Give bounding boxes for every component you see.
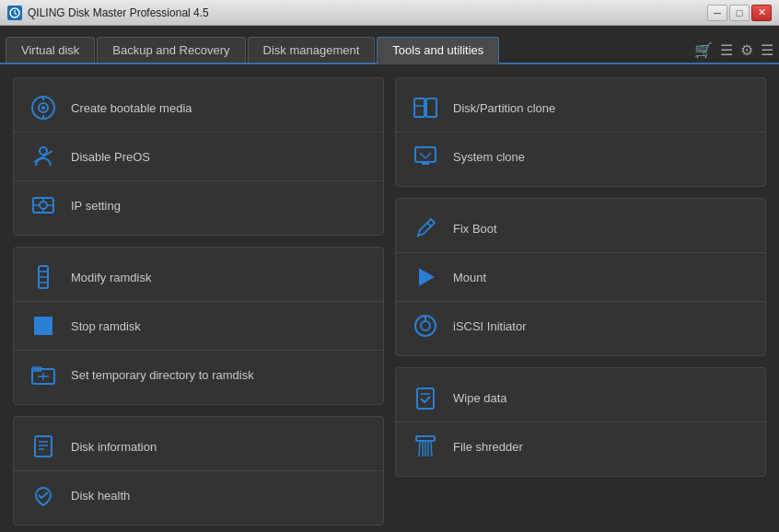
set-temp-dir-label: Set temporary directory to ramdisk [71,368,254,382]
fix-boot-item[interactable]: Fix Boot [396,204,765,252]
create-bootable-icon [29,93,58,122]
svg-line-34 [425,153,431,158]
close-button[interactable]: ✕ [751,5,772,21]
mount-icon [411,262,440,292]
modify-ramdisk-item[interactable]: Modify ramdisk [14,253,383,301]
set-temp-dir-item[interactable]: Set temporary directory to ramdisk [14,351,383,399]
disable-preos-item[interactable]: Disable PreOS [14,133,383,180]
svg-point-38 [421,321,430,330]
list-icon[interactable]: ☰ [720,41,733,59]
svg-line-35 [427,223,431,226]
ip-setting-icon [29,191,58,220]
tab-backup-recovery[interactable]: Backup and Recovery [97,37,245,63]
disk-information-item[interactable]: Disk information [14,422,383,470]
disk-partition-clone-label: Disk/Partition clone [453,101,555,115]
tab-bar: Virtual disk Backup and Recovery Disk ma… [0,26,779,64]
svg-line-33 [420,153,425,158]
svg-rect-30 [415,147,436,162]
create-bootable-media-item[interactable]: Create bootable media [14,84,383,132]
stop-ramdisk-icon [29,311,58,341]
menu-icon[interactable]: ☰ [761,41,773,59]
disk-information-icon [29,432,58,461]
system-clone-icon [411,142,440,171]
wipe-data-label: Wipe data [453,391,507,405]
left-column: Create bootable media Disable PreOS [13,77,384,526]
file-shredder-item[interactable]: File shredder [396,422,765,470]
ip-setting-label: IP setting [71,199,121,213]
right-column: Disk/Partition clone System clone [395,77,766,526]
disable-preos-label: Disable PreOS [71,150,150,164]
svg-line-7 [34,151,52,162]
svg-rect-23 [35,436,52,457]
fix-boot-icon [411,214,440,243]
modify-ramdisk-icon [29,262,58,292]
fix-boot-label: Fix Boot [453,222,497,236]
mount-item[interactable]: Mount [396,253,765,301]
right-group-2: Fix Boot Mount [395,198,766,356]
system-clone-item[interactable]: System clone [396,133,765,180]
set-temp-dir-icon [29,360,58,389]
svg-rect-40 [417,388,434,409]
left-group-3: Disk information Disk health [13,416,384,526]
right-group-3: Wipe data File shredder [395,367,766,477]
stop-ramdisk-item[interactable]: Stop ramdisk [14,302,383,350]
svg-point-9 [40,202,47,209]
app-icon [7,6,22,20]
mount-label: Mount [453,271,486,284]
wipe-data-icon [411,383,440,412]
iscsi-initiator-icon [411,311,440,341]
app-title: QILING Disk Master Professional 4.5 [28,6,707,19]
svg-rect-27 [414,98,424,117]
disk-health-label: Disk health [71,489,130,503]
title-bar: QILING Disk Master Professional 4.5 ─ □ … [0,0,779,26]
svg-rect-18 [34,317,52,335]
svg-line-43 [419,441,420,457]
cart-icon[interactable]: 🛒 [694,41,713,59]
system-clone-label: System clone [453,150,525,164]
svg-marker-36 [420,270,433,284]
svg-rect-28 [426,98,436,117]
right-group-1: Disk/Partition clone System clone [395,77,766,187]
maximize-button[interactable]: □ [729,5,750,21]
ip-setting-item[interactable]: IP setting [14,181,383,229]
disk-partition-clone-icon [411,93,440,122]
disk-partition-clone-item[interactable]: Disk/Partition clone [396,84,765,132]
tab-tools-utilities[interactable]: Tools and utilities [377,37,499,64]
disk-information-label: Disk information [71,440,157,454]
disk-health-item[interactable]: Disk health [14,471,383,519]
svg-point-3 [41,106,45,110]
svg-line-47 [431,441,432,457]
svg-point-6 [40,147,47,155]
file-shredder-label: File shredder [453,440,523,454]
stop-ramdisk-label: Stop ramdisk [71,319,141,333]
disk-health-icon [29,480,58,510]
svg-rect-42 [416,436,435,441]
iscsi-initiator-item[interactable]: iSCSI Initiator [396,302,765,350]
main-content: Create bootable media Disable PreOS [0,64,779,532]
settings-icon[interactable]: ⚙ [740,41,753,59]
window-controls: ─ □ ✕ [707,5,772,21]
disable-preos-icon [29,142,58,171]
left-group-1: Create bootable media Disable PreOS [13,77,384,236]
tab-virtual-disk[interactable]: Virtual disk [6,37,95,63]
modify-ramdisk-label: Modify ramdisk [71,271,151,284]
file-shredder-icon [411,432,440,461]
left-group-2: Modify ramdisk Stop ramdisk [13,247,384,405]
toolbar-right: 🛒 ☰ ⚙ ☰ [694,41,773,63]
create-bootable-label: Create bootable media [71,101,192,115]
tab-disk-management[interactable]: Disk management [248,37,376,63]
iscsi-initiator-label: iSCSI Initiator [453,319,526,333]
minimize-button[interactable]: ─ [707,5,727,21]
wipe-data-item[interactable]: Wipe data [396,374,765,422]
